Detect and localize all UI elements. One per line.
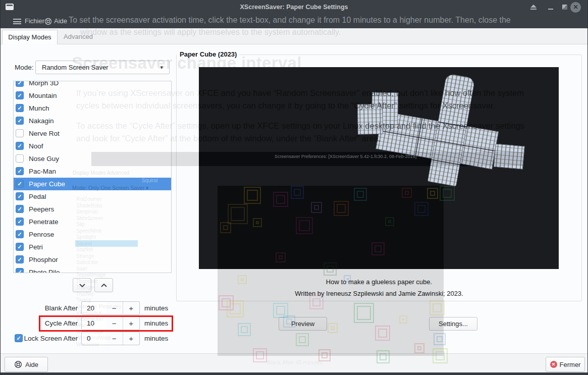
lifebuoy-icon xyxy=(14,360,22,368)
saver-label: Morph 3D xyxy=(29,81,59,89)
fermer-button-label: Fermer xyxy=(560,361,581,368)
lock-screen-label: Lock Screen After xyxy=(21,332,78,345)
maximize-button[interactable] xyxy=(560,3,570,12)
move-down-button[interactable] xyxy=(73,278,91,292)
saver-row[interactable]: ✓Morph 3D xyxy=(14,81,171,89)
saver-row[interactable]: ✓Peepers xyxy=(14,203,171,216)
saver-description: How to make a glueless paper cube. xyxy=(176,278,582,286)
checkbox-icon[interactable]: ✓ xyxy=(16,81,24,87)
checkbox-icon[interactable]: ✓ xyxy=(16,167,24,175)
ghost-paragraph: and look for “Cycle After” at the bottom… xyxy=(199,134,381,143)
checkbox-icon[interactable]: ✓ xyxy=(16,117,24,125)
minutes-label: minutes xyxy=(144,301,168,315)
tab-display-modes[interactable]: Display Modes xyxy=(2,30,58,44)
checkbox-icon[interactable]: ✓ xyxy=(16,104,24,112)
help-button[interactable]: Aide xyxy=(5,357,48,372)
checkbox-icon[interactable]: ✓ xyxy=(16,192,24,200)
saver-row[interactable]: ✓Munch xyxy=(14,102,171,115)
checkbox-icon[interactable] xyxy=(16,154,24,163)
saver-row[interactable]: ✓Penetrate xyxy=(14,216,171,228)
increment-button[interactable]: + xyxy=(123,332,140,345)
cube-panel xyxy=(494,144,525,170)
saver-label: Penetrate xyxy=(29,216,59,228)
fermer-button[interactable]: ✕ Fermer xyxy=(546,357,585,372)
close-button[interactable]: ✕ xyxy=(570,2,581,13)
saver-label: Nose Guy xyxy=(29,152,59,165)
saver-label: Petri xyxy=(29,241,43,253)
window-bottom-edge xyxy=(1,372,587,375)
checkbox-icon[interactable]: ✓ xyxy=(16,243,24,251)
app-window: XScreenSaver: Paper Cube Settings ✕ Fich… xyxy=(0,0,588,375)
checkbox-icon[interactable]: ✓ xyxy=(16,255,24,263)
saver-row[interactable]: Nose Guy xyxy=(14,152,171,165)
maximize-icon xyxy=(562,5,567,10)
checkbox-icon[interactable]: ✓ xyxy=(16,180,24,188)
rollup-button[interactable] xyxy=(528,3,539,12)
close-icon: ✕ xyxy=(573,4,578,11)
mode-value: Random Screen Saver xyxy=(42,64,109,71)
annotation-highlight xyxy=(39,315,173,332)
checkbox-icon[interactable]: ✓ xyxy=(16,230,24,238)
blank-after-label: Blank After xyxy=(15,301,78,315)
saver-label: Photo Pile xyxy=(29,266,60,273)
checkbox-icon[interactable] xyxy=(16,129,24,137)
eject-icon xyxy=(530,5,537,8)
saver-row[interactable]: ✓Pedal xyxy=(14,190,171,203)
mode-label: Mode: xyxy=(15,64,34,71)
blank-after-input[interactable]: 20 xyxy=(81,301,106,315)
mode-select[interactable]: Random Screen Saver ▾ xyxy=(35,61,170,74)
minimize-button[interactable] xyxy=(546,3,556,12)
chevron-up-icon xyxy=(100,283,108,288)
decrement-button[interactable]: − xyxy=(106,302,123,314)
saver-label: Noof xyxy=(29,140,43,152)
settings-button[interactable]: Settings... xyxy=(429,317,477,331)
saver-row[interactable]: ✓Pac-Man xyxy=(14,165,171,178)
minimize-icon xyxy=(548,9,553,10)
file-menu-icon xyxy=(13,19,21,24)
move-up-button[interactable] xyxy=(94,278,113,292)
decrement-button[interactable]: − xyxy=(106,332,123,345)
ghost-inner-preview xyxy=(218,186,444,269)
saver-row[interactable]: ✓Petri xyxy=(14,241,171,253)
checkbox-icon[interactable]: ✓ xyxy=(16,218,24,226)
saver-label: Mountain xyxy=(29,89,57,102)
lock-screen-input[interactable]: 0 xyxy=(81,332,106,345)
help-button-label: Aide xyxy=(25,361,38,368)
saver-row[interactable]: ✓Mountain xyxy=(14,89,171,102)
menu-fichier[interactable]: Fichier xyxy=(25,14,44,28)
chevron-down-icon: ▾ xyxy=(160,61,163,74)
saver-label: Munch xyxy=(29,102,49,115)
saver-label: Phosphor xyxy=(29,253,58,266)
saver-row[interactable]: ✓Penrose xyxy=(14,228,171,241)
saver-credits: Written by Ireneusz Szpilewski and Jamie… xyxy=(176,290,582,297)
saver-row[interactable]: ✓Nakagin xyxy=(14,115,171,127)
increment-button[interactable]: + xyxy=(123,302,140,314)
saver-label: Pedal xyxy=(29,190,46,203)
menu-bar: Fichier Aide xyxy=(1,14,587,28)
saver-label: Penrose xyxy=(29,228,54,241)
ghost-paragraph: If you’re using XScreensaver on XFCE and… xyxy=(199,88,524,98)
saver-listbox[interactable]: ✓Morph 3D✓Mountain✓Munch✓NakaginNerve Ro… xyxy=(13,81,172,273)
checkbox-icon[interactable]: ✓ xyxy=(16,205,24,213)
tab-bar: Display Modes Advanced xyxy=(1,28,587,44)
blank-after-stepper: − + xyxy=(106,301,140,315)
saver-row[interactable]: ✓Phosphor xyxy=(14,253,171,266)
tab-advanced[interactable]: Advanced xyxy=(58,30,99,44)
menu-aide[interactable]: Aide xyxy=(54,14,67,28)
footer-bar xyxy=(1,353,587,372)
checkbox-icon[interactable]: ✓ xyxy=(16,91,24,99)
checkbox-icon[interactable]: ✓ xyxy=(16,268,24,273)
preview-button[interactable]: Preview xyxy=(279,317,327,331)
checkbox-icon[interactable]: ✓ xyxy=(16,142,24,150)
saver-row[interactable]: ✓Noof xyxy=(14,140,171,152)
paper-cube-net xyxy=(356,67,526,204)
saver-label: Paper Cube xyxy=(29,178,65,190)
minutes-label: minutes xyxy=(144,332,168,345)
saver-row[interactable]: ✓Paper Cube xyxy=(14,178,171,190)
saver-row[interactable]: ✓Photo Pile xyxy=(14,266,171,273)
title-bar[interactable]: XScreenSaver: Paper Cube Settings ✕ xyxy=(1,0,587,14)
chevron-down-icon xyxy=(79,283,86,288)
window-title: XScreenSaver: Paper Cube Settings xyxy=(1,0,587,14)
saver-label: Peepers xyxy=(29,203,54,216)
saver-row[interactable]: Nerve Rot xyxy=(14,127,171,140)
